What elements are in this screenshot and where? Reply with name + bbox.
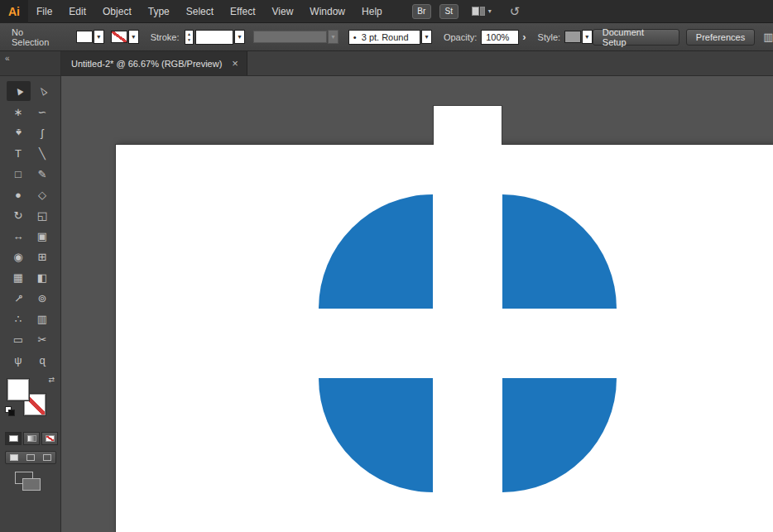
- scale-icon: ◱: [37, 210, 47, 221]
- stroke-weight-caret[interactable]: ▾: [234, 30, 245, 44]
- symbol-sprayer-tool[interactable]: ∴: [7, 309, 31, 328]
- gradient-button[interactable]: [23, 432, 40, 445]
- toolbar-collapse[interactable]: «: [0, 51, 61, 76]
- stepper-up-icon[interactable]: ▲: [187, 31, 191, 37]
- paintbrush-tool[interactable]: ʃ: [31, 122, 55, 142]
- selection-tool[interactable]: ►: [7, 81, 31, 101]
- menu-help[interactable]: Help: [353, 0, 391, 23]
- stroke-color-control[interactable]: ▾: [111, 30, 139, 44]
- none-button[interactable]: [41, 432, 58, 445]
- stroke-weight-stepper[interactable]: ▲ ▼: [185, 30, 194, 45]
- blob-brush-tool[interactable]: ●: [7, 185, 31, 204]
- menu-file[interactable]: File: [28, 0, 60, 23]
- perspective-grid-tool[interactable]: ⊞: [31, 247, 55, 266]
- width-tool-icon: ↔: [13, 231, 24, 242]
- magic-wand-tool[interactable]: ∗: [7, 102, 31, 122]
- menu-window[interactable]: Window: [301, 0, 353, 23]
- drawing-mode-buttons[interactable]: [5, 451, 56, 464]
- eyedropper-icon: ⊸: [12, 291, 26, 305]
- chevron-down-icon: ▾: [132, 33, 135, 41]
- artboard[interactable]: [115, 144, 773, 532]
- artboard-tool[interactable]: ▭: [7, 329, 31, 349]
- mesh-tool[interactable]: ▦: [7, 267, 31, 287]
- fill-swatch[interactable]: [76, 31, 93, 43]
- document-tab[interactable]: Untitled-2* @ 66.67% (RGB/Preview) ×: [61, 51, 247, 75]
- slice-tool[interactable]: ✂: [31, 329, 55, 349]
- pencil-tool[interactable]: ✎: [31, 164, 55, 184]
- fill-stroke-widget: ⇄: [7, 379, 50, 420]
- eraser-tool[interactable]: ◇: [31, 185, 55, 204]
- line-segment-icon: ╲: [39, 148, 46, 159]
- width-tool[interactable]: ↔: [7, 226, 31, 246]
- fill-color-control[interactable]: ▾: [76, 30, 104, 44]
- white-rectangle-object[interactable]: [433, 105, 502, 145]
- scale-tool[interactable]: ◱: [31, 205, 55, 225]
- line-segment-tool[interactable]: ╲: [31, 143, 55, 163]
- rectangle-tool[interactable]: □: [7, 164, 31, 184]
- zoom-tool[interactable]: ɋ: [31, 350, 55, 370]
- menu-object[interactable]: Object: [94, 0, 140, 23]
- canvas[interactable]: [61, 76, 773, 532]
- menu-select[interactable]: Select: [178, 0, 222, 23]
- fill-color-box[interactable]: [7, 379, 29, 400]
- eraser-icon: ◇: [38, 189, 46, 200]
- style-caret[interactable]: ▾: [582, 30, 593, 44]
- shape-builder-tool[interactable]: ◉: [7, 247, 31, 266]
- color-button[interactable]: [5, 432, 22, 445]
- lasso-tool[interactable]: ∽: [31, 102, 55, 122]
- style-swatch[interactable]: [564, 31, 581, 43]
- opacity-flyout-chevron-icon[interactable]: ›: [522, 31, 526, 43]
- menu-edit[interactable]: Edit: [60, 0, 94, 23]
- preferences-button[interactable]: Preferences: [686, 29, 755, 46]
- width-profile-caret[interactable]: ▾: [328, 30, 338, 44]
- blend-tool[interactable]: ⊚: [31, 288, 55, 308]
- hand-icon: ψ: [14, 355, 22, 366]
- direct-selection-tool[interactable]: ▻: [31, 81, 55, 101]
- stroke-weight-select[interactable]: [195, 30, 233, 45]
- brush-definition-select[interactable]: • 3 pt. Round: [348, 30, 420, 45]
- collapse-arrows-icon[interactable]: «: [5, 54, 10, 63]
- column-graph-tool[interactable]: ▥: [31, 309, 55, 328]
- app-extra-icon[interactable]: ↺: [510, 4, 521, 19]
- draw-inside-mode[interactable]: [43, 454, 51, 461]
- pen-icon: ♠: [16, 127, 22, 138]
- main-area: ► ▻ ∗ ∽ ♠ ʃ T ╲ □ ✎ ● ◇ ↻ ◱ ↔ ▣ ◉ ⊞ ▦ ◧: [0, 76, 773, 532]
- screen-mode-front-rect-icon: [22, 478, 41, 491]
- bridge-button[interactable]: Br: [412, 4, 431, 19]
- brush-caret[interactable]: ▾: [421, 30, 432, 44]
- document-setup-button[interactable]: Document Setup: [593, 29, 679, 46]
- zoom-magnifier-icon: ɋ: [39, 355, 45, 366]
- pen-tool[interactable]: ♠: [7, 122, 31, 142]
- menu-view[interactable]: View: [264, 0, 302, 23]
- fill-caret[interactable]: ▾: [94, 30, 104, 44]
- default-colors-icon[interactable]: [5, 406, 16, 417]
- hand-tool[interactable]: ψ: [7, 350, 31, 370]
- style-label[interactable]: Style:: [538, 32, 561, 42]
- blob-brush-icon: ●: [15, 189, 22, 200]
- stepper-down-icon[interactable]: ▼: [187, 37, 191, 43]
- type-tool[interactable]: T: [7, 143, 31, 163]
- width-profile-select[interactable]: [253, 31, 327, 43]
- workspace-switcher[interactable]: ▾: [472, 7, 492, 16]
- screen-mode-button[interactable]: [15, 472, 45, 493]
- draw-behind-mode[interactable]: [26, 454, 35, 461]
- stroke-caret[interactable]: ▾: [128, 30, 139, 44]
- free-transform-tool[interactable]: ▣: [31, 226, 55, 246]
- panel-dock-icon[interactable]: ▥: [763, 31, 773, 43]
- shape-builder-icon: ◉: [13, 252, 22, 262]
- menu-effect[interactable]: Effect: [222, 0, 263, 23]
- draw-normal-mode[interactable]: [10, 454, 18, 461]
- blend-icon: ⊚: [38, 293, 47, 304]
- swap-fill-stroke-icon[interactable]: ⇄: [48, 376, 55, 384]
- opacity-label[interactable]: Opacity:: [444, 32, 477, 42]
- chevron-down-icon: ▾: [97, 33, 100, 41]
- rotate-tool[interactable]: ↻: [7, 205, 31, 225]
- close-icon[interactable]: ×: [232, 57, 238, 69]
- eyedropper-tool[interactable]: ⊸: [7, 288, 31, 308]
- stock-button[interactable]: St: [439, 4, 459, 19]
- stroke-none-swatch[interactable]: [111, 31, 127, 43]
- stroke-label[interactable]: Stroke:: [151, 32, 180, 42]
- gradient-tool[interactable]: ◧: [31, 267, 55, 287]
- opacity-input[interactable]: [481, 30, 519, 45]
- menu-type[interactable]: Type: [140, 0, 178, 23]
